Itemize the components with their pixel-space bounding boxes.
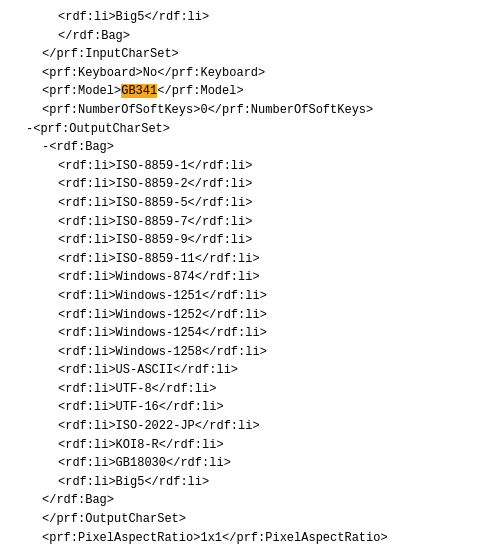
xml-line: <rdf:li>ISO-8859-2</rdf:li> bbox=[10, 175, 490, 194]
xml-line: <rdf:li>Windows-1258</rdf:li> bbox=[10, 343, 490, 362]
xml-line: <prf:Keyboard>No</prf:Keyboard> bbox=[10, 64, 490, 83]
xml-line: <rdf:li>ISO-2022-JP</rdf:li> bbox=[10, 417, 490, 436]
xml-line: -<rdf:Bag> bbox=[10, 138, 490, 157]
xml-line: <rdf:li>Big5</rdf:li> bbox=[10, 473, 490, 492]
highlighted-value: GB341 bbox=[121, 84, 157, 98]
xml-line: <rdf:li>Windows-1252</rdf:li> bbox=[10, 306, 490, 325]
xml-line: <rdf:li>ISO-8859-1</rdf:li> bbox=[10, 157, 490, 176]
xml-line: <rdf:li>ISO-8859-5</rdf:li> bbox=[10, 194, 490, 213]
xml-line: <prf:NumberOfSoftKeys>0</prf:NumberOfSof… bbox=[10, 101, 490, 120]
xml-line: <rdf:li>Windows-874</rdf:li> bbox=[10, 268, 490, 287]
xml-line: <rdf:li>Big5</rdf:li> bbox=[10, 8, 490, 27]
xml-line: </rdf:Bag> bbox=[10, 491, 490, 510]
xml-line: <rdf:li>Windows-1254</rdf:li> bbox=[10, 324, 490, 343]
xml-content: <rdf:li>Big5</rdf:li></rdf:Bag></prf:Inp… bbox=[10, 8, 490, 547]
xml-line: <prf:Model>GB341</prf:Model> bbox=[10, 82, 490, 101]
xml-line: -<prf:OutputCharSet> bbox=[10, 120, 490, 139]
xml-line: <rdf:li>ISO-8859-11</rdf:li> bbox=[10, 250, 490, 269]
xml-line: <rdf:li>GB18030</rdf:li> bbox=[10, 454, 490, 473]
xml-line: <rdf:li>ISO-8859-9</rdf:li> bbox=[10, 231, 490, 250]
xml-line: <rdf:li>US-ASCII</rdf:li> bbox=[10, 361, 490, 380]
xml-line: <rdf:li>KOI8-R</rdf:li> bbox=[10, 436, 490, 455]
xml-line: </rdf:Bag> bbox=[10, 27, 490, 46]
xml-line: </prf:OutputCharSet> bbox=[10, 510, 490, 529]
xml-line: <rdf:li>ISO-8859-7</rdf:li> bbox=[10, 213, 490, 232]
xml-line: </prf:InputCharSet> bbox=[10, 45, 490, 64]
xml-line: <rdf:li>Windows-1251</rdf:li> bbox=[10, 287, 490, 306]
xml-line: <rdf:li>UTF-16</rdf:li> bbox=[10, 398, 490, 417]
xml-line: <prf:PixelAspectRatio>1x1</prf:PixelAspe… bbox=[10, 529, 490, 547]
xml-line: <rdf:li>UTF-8</rdf:li> bbox=[10, 380, 490, 399]
